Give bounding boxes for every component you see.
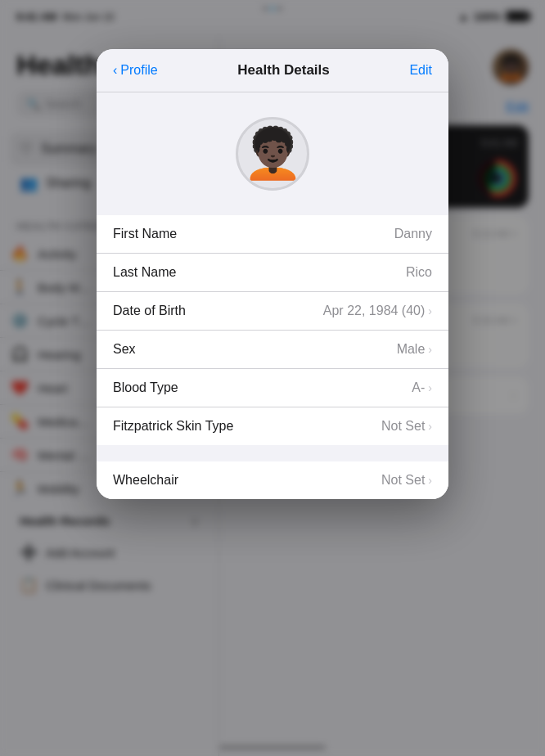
first-name-row[interactable]: First Name Danny (97, 215, 448, 254)
skin-type-row[interactable]: Fitzpatrick Skin Type Not Set › (97, 407, 448, 445)
sex-row[interactable]: Sex Male › (97, 331, 448, 369)
wheelchair-chevron: › (428, 474, 432, 487)
modal-back-button[interactable]: ‹ Profile (113, 63, 158, 78)
modal-edit-button[interactable]: Edit (409, 63, 432, 78)
chevron-left-icon: ‹ (113, 63, 117, 78)
sex-label: Sex (113, 342, 136, 357)
modal-title: Health Details (237, 62, 329, 79)
blood-type-label: Blood Type (113, 380, 178, 395)
avatar-section: 🧑🏿‍🦱 (97, 92, 448, 215)
wheelchair-value: Not Set › (381, 473, 432, 488)
form-section: First Name Danny Last Name Rico Date of … (97, 215, 448, 445)
sex-chevron: › (428, 343, 432, 356)
first-name-value: Danny (394, 227, 432, 241)
modal-overlay[interactable]: ‹ Profile Health Details Edit 🧑🏿‍🦱 First… (0, 0, 545, 756)
wheelchair-row[interactable]: Wheelchair Not Set › (97, 461, 448, 499)
dob-row[interactable]: Date of Birth Apr 22, 1984 (40) › (97, 292, 448, 331)
form-spacer (97, 445, 448, 461)
blood-type-chevron: › (428, 381, 432, 394)
dob-value: Apr 22, 1984 (40) › (323, 304, 432, 318)
sex-value: Male › (397, 342, 432, 357)
last-name-row[interactable]: Last Name Rico (97, 254, 448, 292)
skin-type-value: Not Set › (381, 419, 432, 434)
wheelchair-section: Wheelchair Not Set › (97, 461, 448, 499)
skin-type-chevron: › (428, 420, 432, 433)
first-name-label: First Name (113, 227, 177, 241)
blood-type-value: A- › (412, 380, 432, 395)
blood-type-row[interactable]: Blood Type A- › (97, 369, 448, 407)
profile-avatar-large[interactable]: 🧑🏿‍🦱 (236, 117, 309, 191)
avatar-large-emoji: 🧑🏿‍🦱 (242, 129, 304, 178)
modal-nav: ‹ Profile Health Details Edit (97, 49, 448, 92)
last-name-label: Last Name (113, 265, 176, 280)
dob-chevron: › (428, 304, 432, 317)
health-details-modal: ‹ Profile Health Details Edit 🧑🏿‍🦱 First… (97, 49, 448, 499)
wheelchair-label: Wheelchair (113, 473, 178, 488)
skin-type-label: Fitzpatrick Skin Type (113, 419, 233, 434)
last-name-value: Rico (406, 265, 432, 280)
dob-label: Date of Birth (113, 304, 186, 318)
modal-back-label: Profile (120, 63, 157, 78)
